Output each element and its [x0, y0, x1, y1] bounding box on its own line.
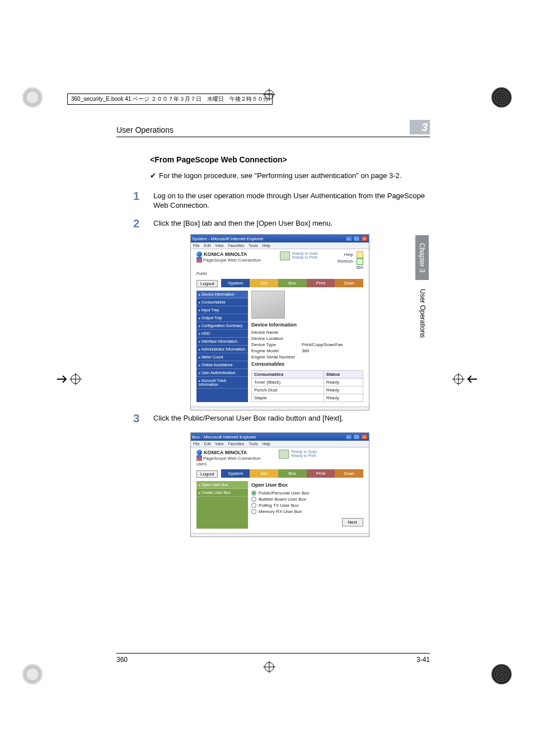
- help-icon[interactable]: [357, 251, 363, 258]
- sidebar-item[interactable]: Administrator Information: [196, 346, 248, 353]
- sidebar-item[interactable]: Create User Box: [196, 489, 248, 497]
- panel-heading: Device Information: [251, 321, 363, 330]
- menu-item[interactable]: Favorites: [228, 442, 244, 446]
- refresh-link[interactable]: Refresh: [338, 259, 353, 264]
- menu-item[interactable]: Help: [263, 442, 270, 446]
- radio-icon: [251, 509, 256, 514]
- sidebar-item[interactable]: Open User Box: [196, 481, 248, 489]
- radio-option[interactable]: Memory RX User Box: [251, 508, 363, 515]
- registration-arrow-icon: [466, 373, 478, 385]
- model-label: 360: [338, 265, 363, 270]
- device-info-list: Device Name Device Location Device TypeP…: [251, 330, 363, 360]
- tab-system[interactable]: System: [221, 469, 250, 478]
- tab-scan[interactable]: Scan: [335, 279, 363, 287]
- radio-option[interactable]: Polling TX User Box: [251, 502, 363, 508]
- sidebar-item[interactable]: Meter Count: [196, 353, 248, 361]
- step-text: Log on to the user operation mode throug…: [153, 189, 430, 211]
- menu-item[interactable]: View: [215, 442, 223, 446]
- menu-item[interactable]: Favorites: [228, 244, 244, 248]
- radio-option[interactable]: Public/Personal User Box: [251, 490, 363, 496]
- minimize-icon[interactable]: –: [345, 434, 352, 440]
- sidebar-item[interactable]: Consumables: [196, 298, 248, 306]
- tab-job[interactable]: Job: [250, 469, 278, 478]
- tab-job[interactable]: Job: [250, 279, 278, 287]
- sidebar-item[interactable]: Input Tray: [196, 306, 248, 314]
- sidebar-item[interactable]: Online Assistance: [196, 361, 248, 369]
- menu-item[interactable]: Edit: [204, 244, 210, 248]
- minimize-icon[interactable]: –: [345, 236, 352, 241]
- brand-row: KONICA MINOLTA PageScope Web Connection …: [191, 249, 369, 270]
- logo-icon: [196, 450, 202, 455]
- menu-item[interactable]: Help: [263, 244, 270, 248]
- menu-item[interactable]: Edit: [204, 442, 210, 446]
- device-status-icon: [279, 450, 289, 459]
- tab-box[interactable]: Box: [278, 469, 307, 478]
- th: Consumables: [252, 371, 324, 379]
- refresh-icon[interactable]: [357, 258, 363, 265]
- logout-button[interactable]: Logout: [196, 470, 218, 478]
- close-icon[interactable]: ×: [361, 434, 368, 440]
- print-corner-mark: [491, 664, 512, 684]
- th: Status: [324, 371, 363, 379]
- registration-mark: [452, 373, 465, 385]
- registration-arrow-icon: [56, 373, 68, 385]
- tab-print[interactable]: Print: [307, 469, 335, 478]
- window-title: Box - Microsoft Internet Explorer: [192, 435, 256, 440]
- kv-key: Engine Serial Number: [251, 354, 302, 361]
- radio-option[interactable]: Bulletin Board User Box: [251, 496, 363, 502]
- status-bar: [191, 533, 369, 536]
- td: Punch Dust: [252, 386, 324, 394]
- td: Ready: [324, 386, 363, 394]
- print-corner-mark: [491, 87, 512, 108]
- window-titlebar: Box - Microsoft Internet Explorer – □ ×: [191, 433, 369, 441]
- sidebar-item[interactable]: Output Tray: [196, 314, 248, 322]
- page-footer: 360 3-41: [116, 653, 430, 664]
- menu-item[interactable]: File: [193, 244, 199, 248]
- status-line: Ready to Print: [291, 454, 317, 458]
- radio-label: Public/Personal User Box: [259, 491, 310, 496]
- sidebar: Device Information Consumables Input Tra…: [196, 291, 248, 402]
- tab-print[interactable]: Print: [307, 279, 335, 287]
- menu-item[interactable]: Tools: [249, 442, 257, 446]
- brand-name: KONICA MINOLTA: [204, 251, 247, 257]
- next-button[interactable]: Next: [342, 518, 363, 526]
- device-status: Ready to Scan Ready to Print: [279, 450, 317, 461]
- maximize-icon[interactable]: □: [353, 236, 360, 241]
- side-section-label: User Operations: [419, 289, 427, 338]
- radio-icon: [251, 503, 256, 508]
- sidebar-item[interactable]: Device Information: [196, 291, 248, 298]
- page: 360_security_E.book 41 ページ ２００７年３月７日 水曜日…: [0, 0, 534, 756]
- tab-box[interactable]: Box: [278, 279, 307, 287]
- screenshot-box: Box - Microsoft Internet Explorer – □ × …: [190, 432, 369, 537]
- content-block-2: 3 Click the Public/Personal User Box rad…: [116, 411, 430, 432]
- maximize-icon[interactable]: □: [353, 434, 360, 440]
- product-icon: [196, 455, 202, 461]
- radio-label: Memory RX User Box: [259, 509, 302, 514]
- step-2: 2 Click the [Box] tab and then the [Open…: [133, 216, 430, 231]
- sidebar-item[interactable]: Interface Information: [196, 338, 248, 346]
- footer-right: 3-41: [416, 656, 430, 664]
- window-titlebar: System - Microsoft Internet Explorer – □…: [191, 235, 369, 242]
- product-icon: [196, 257, 202, 263]
- product-name: PageScope Web Connection: [196, 455, 261, 461]
- brand-logo: KONICA MINOLTA: [196, 450, 261, 455]
- sidebar-item[interactable]: HDD: [196, 330, 248, 338]
- body-row: Device Information Consumables Input Tra…: [196, 291, 363, 402]
- logout-button[interactable]: Logout: [196, 280, 218, 287]
- radio-label: Bulletin Board User Box: [259, 497, 306, 502]
- help-link[interactable]: Help: [344, 252, 353, 257]
- status-line: Ready to Scan: [292, 251, 318, 255]
- tab-scan[interactable]: Scan: [335, 469, 363, 478]
- sidebar-item[interactable]: Configuration Summary: [196, 322, 248, 330]
- menu-item[interactable]: File: [193, 442, 199, 446]
- sidebar-item[interactable]: Account Track Information: [196, 377, 248, 389]
- menu-item[interactable]: Tools: [249, 244, 257, 248]
- status-bar: [191, 407, 369, 410]
- menu-item[interactable]: View: [215, 244, 223, 248]
- tab-system[interactable]: System: [221, 279, 250, 287]
- sidebar-item[interactable]: User Authentication: [196, 369, 248, 377]
- product-label: PageScope Web Connection: [203, 456, 261, 461]
- status-line: Ready to Print: [292, 255, 318, 259]
- close-icon[interactable]: ×: [361, 236, 368, 241]
- radio-label: Polling TX User Box: [259, 503, 298, 508]
